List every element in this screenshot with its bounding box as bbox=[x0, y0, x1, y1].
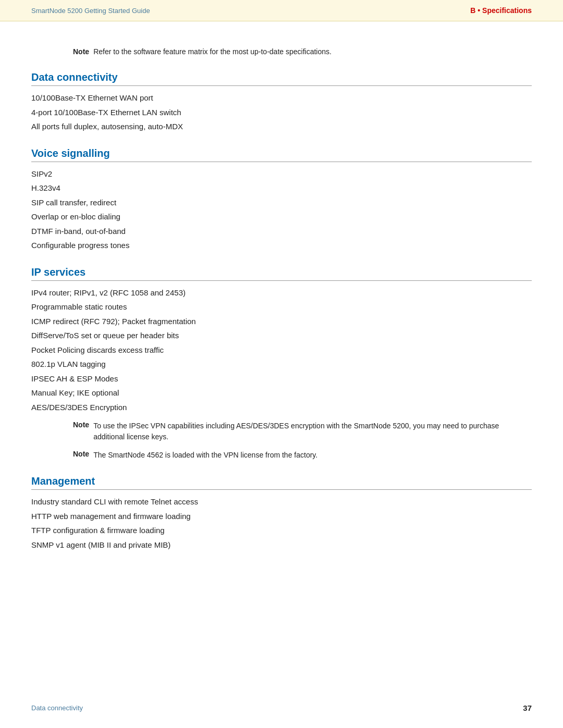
section-item-voice-signalling-5: Configurable progress tones bbox=[31, 240, 532, 252]
section-item-management-3: SNMP v1 agent (MIB II and private MIB) bbox=[31, 539, 532, 551]
section-title-ip-services: IP services bbox=[31, 266, 532, 278]
inline-note-ip-services-0: NoteTo use the IPSec VPN capabilities in… bbox=[73, 421, 532, 442]
section-divider-voice-signalling bbox=[31, 162, 532, 162]
section-title-management: Management bbox=[31, 475, 532, 487]
section-item-ip-services-0: IPv4 router; RIPv1, v2 (RFC 1058 and 245… bbox=[31, 287, 532, 299]
inline-note-text-ip-services-1: The SmartNode 4562 is loaded with the VP… bbox=[93, 450, 317, 461]
section-item-ip-services-7: Manual Key; IKE optional bbox=[31, 387, 532, 399]
section-item-data-connectivity-2: All ports full duplex, autosensing, auto… bbox=[31, 121, 532, 133]
section-item-voice-signalling-1: H.323v4 bbox=[31, 182, 532, 194]
section-divider-ip-services bbox=[31, 280, 532, 281]
section-title-data-connectivity: Data connectivity bbox=[31, 71, 532, 83]
top-note-text: Refer to the software feature matrix for… bbox=[93, 47, 332, 56]
section-item-data-connectivity-0: 10/100Base-TX Ethernet WAN port bbox=[31, 92, 532, 104]
section-item-voice-signalling-0: SIPv2 bbox=[31, 168, 532, 180]
inline-note-text-ip-services-0: To use the IPSec VPN capabilities includ… bbox=[93, 421, 532, 442]
inline-note-label-ip-services-0: Note bbox=[73, 421, 89, 429]
section-item-data-connectivity-1: 4-port 10/100Base-TX Ethernet LAN switch bbox=[31, 107, 532, 119]
section-item-ip-services-3: DiffServe/ToS set or queue per header bi… bbox=[31, 330, 532, 342]
section-divider-data-connectivity bbox=[31, 85, 532, 86]
sections-container: Data connectivity10/100Base-TX Ethernet … bbox=[31, 71, 532, 551]
section-item-management-0: Industry standard CLI with remote Telnet… bbox=[31, 496, 532, 508]
section-item-management-2: TFTP configuration & firmware loading bbox=[31, 525, 532, 537]
header-title-right: B • Specifications bbox=[470, 6, 532, 15]
main-content: Note Refer to the software feature matri… bbox=[0, 21, 563, 585]
section-item-ip-services-4: Pocket Policing discards excess traffic bbox=[31, 344, 532, 356]
section-item-management-1: HTTP web management and firmware loading bbox=[31, 511, 532, 523]
header-title-left: SmartNode 5200 Getting Started Guide bbox=[31, 7, 150, 15]
inline-note-ip-services-1: NoteThe SmartNode 4562 is loaded with th… bbox=[73, 450, 532, 461]
top-note-block: Note Refer to the software feature matri… bbox=[73, 47, 532, 56]
section-item-voice-signalling-3: Overlap or en-bloc dialing bbox=[31, 211, 532, 223]
section-item-ip-services-8: AES/DES/3DES Encryption bbox=[31, 402, 532, 414]
header-bar: SmartNode 5200 Getting Started Guide B •… bbox=[0, 0, 563, 21]
footer-left: Data connectivity bbox=[31, 704, 83, 712]
section-divider-management bbox=[31, 489, 532, 490]
inline-note-label-ip-services-1: Note bbox=[73, 450, 89, 458]
footer: Data connectivity 37 bbox=[31, 704, 532, 712]
footer-right: 37 bbox=[523, 704, 532, 712]
section-item-ip-services-2: ICMP redirect (RFC 792); Packet fragment… bbox=[31, 316, 532, 328]
section-item-ip-services-6: IPSEC AH & ESP Modes bbox=[31, 373, 532, 385]
section-item-ip-services-1: Programmable static routes bbox=[31, 301, 532, 313]
section-item-voice-signalling-2: SIP call transfer, redirect bbox=[31, 197, 532, 209]
top-note-label: Note bbox=[73, 47, 89, 56]
section-item-ip-services-5: 802.1p VLAN tagging bbox=[31, 359, 532, 371]
section-item-voice-signalling-4: DTMF in-band, out-of-band bbox=[31, 226, 532, 238]
page: SmartNode 5200 Getting Started Guide B •… bbox=[0, 0, 563, 728]
section-title-voice-signalling: Voice signalling bbox=[31, 147, 532, 159]
